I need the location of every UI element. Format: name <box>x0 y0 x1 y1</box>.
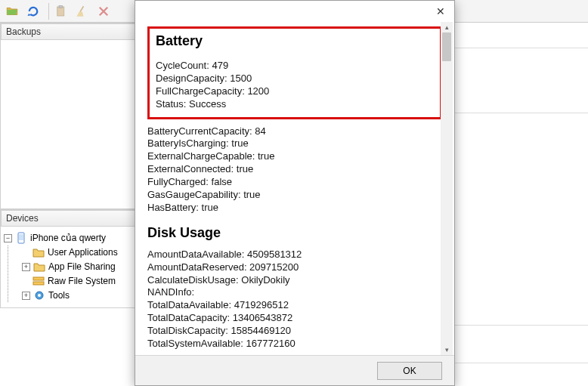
tree-item-label: User Applications <box>48 247 118 258</box>
info-line: ExternalConnected: true <box>147 163 442 176</box>
svg-rect-1 <box>59 5 63 8</box>
folder-icon <box>33 261 45 272</box>
info-line: TotalDiskCapacity: 15854469120 <box>147 325 442 338</box>
info-line: TotalSystemAvailable: 167772160 <box>147 338 442 350</box>
info-line: NANDInfo: <box>147 286 442 299</box>
info-line: FullyCharged: false <box>147 176 442 189</box>
info-line: AmountDataReserved: 209715200 <box>147 261 442 274</box>
svg-rect-4 <box>33 277 44 280</box>
broom-icon[interactable] <box>73 2 91 20</box>
tree-item-label: Raw File System <box>48 276 116 286</box>
gear-icon <box>33 290 45 301</box>
info-line: BatteryIsCharging: true <box>147 137 442 150</box>
info-line: Status: Success <box>156 98 434 111</box>
plus-icon[interactable]: + <box>22 263 30 271</box>
info-line: AmountDataAvailable: 4509581312 <box>147 249 442 261</box>
sidebar: Backups Devices − iPhone của qwerty User… <box>0 23 136 386</box>
info-dialog: ✕ ▴ ▾ Battery CycleCount: 479DesignCapac… <box>135 0 455 386</box>
tree-item-label: App File Sharing <box>48 261 116 272</box>
tree-root-label: iPhone của qwerty <box>30 233 106 243</box>
info-line: BatteryCurrentCapacity: 84 <box>147 125 442 138</box>
tree-item-tools[interactable]: + Tools <box>8 289 132 302</box>
disk-usage-block: Disk Usage AmountDataAvailable: 45095813… <box>147 225 442 350</box>
toolbar-divider <box>48 3 49 20</box>
svg-rect-3 <box>19 234 23 240</box>
info-line: HasBattery: true <box>147 202 442 215</box>
battery-extended: BatteryCurrentCapacity: 84BatteryIsCharg… <box>147 125 442 215</box>
info-line: CalculateDiskUsage: OkilyDokily <box>147 274 442 287</box>
info-line: GasGaugeCapability: true <box>147 189 442 202</box>
info-line: FullChargeCapacity: 1200 <box>156 85 434 98</box>
tree-item-label: Tools <box>48 290 70 301</box>
scroll-down-icon[interactable]: ▾ <box>441 344 453 355</box>
info-line: TotalDataCapacity: 13406543872 <box>147 312 442 325</box>
device-tree: − iPhone của qwerty User Applications + … <box>1 227 135 307</box>
info-line: ExternalChargeCapable: true <box>147 150 442 163</box>
phone-icon <box>15 233 27 243</box>
info-line: DesignCapacity: 1500 <box>156 73 434 85</box>
refresh-icon[interactable] <box>24 2 42 20</box>
dialog-titlebar: ✕ <box>135 1 454 22</box>
svg-point-7 <box>38 294 41 297</box>
ok-button[interactable]: OK <box>377 362 442 380</box>
backups-header: Backups <box>1 23 135 40</box>
minus-icon[interactable]: − <box>4 234 12 242</box>
tree-item-app-file-sharing[interactable]: + App File Sharing <box>8 260 132 273</box>
paste-icon[interactable] <box>52 2 70 20</box>
info-line: CycleCount: 479 <box>156 60 434 73</box>
scrollbar[interactable]: ▴ ▾ <box>441 22 453 355</box>
folder-icon <box>32 247 45 258</box>
tree-item-user-applications[interactable]: User Applications <box>8 245 132 259</box>
backups-panel: Backups <box>0 23 136 209</box>
close-icon[interactable]: ✕ <box>430 3 451 20</box>
battery-title: Battery <box>156 33 434 49</box>
tree-item-raw-file-system[interactable]: Raw File System <box>8 274 132 288</box>
svg-rect-5 <box>33 282 44 285</box>
delete-icon[interactable] <box>94 2 113 20</box>
tree-root[interactable]: − iPhone của qwerty <box>4 231 132 245</box>
devices-header: Devices <box>1 210 135 227</box>
scroll-thumb[interactable] <box>442 32 451 61</box>
disk-title: Disk Usage <box>147 225 442 241</box>
plus-icon[interactable]: + <box>22 292 30 300</box>
scroll-up-icon[interactable]: ▴ <box>441 22 453 32</box>
dialog-body: ▴ ▾ Battery CycleCount: 479DesignCapacit… <box>135 22 454 355</box>
dialog-footer: OK <box>135 355 454 385</box>
folder-open-icon[interactable] <box>3 2 21 20</box>
devices-panel: Devices − iPhone của qwerty User Applica… <box>0 209 136 308</box>
info-line: TotalDataAvailable: 4719296512 <box>147 299 442 312</box>
rawfs-icon <box>32 276 45 286</box>
battery-highlight-box: Battery CycleCount: 479DesignCapacity: 1… <box>147 26 442 119</box>
